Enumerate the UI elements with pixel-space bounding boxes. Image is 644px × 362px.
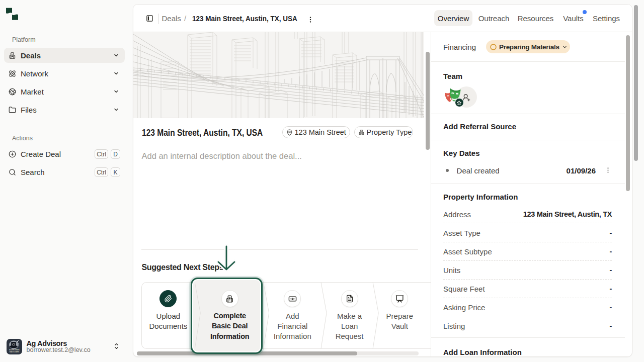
svg-text:MAGICIANS: MAGICIANS (10, 351, 20, 353)
